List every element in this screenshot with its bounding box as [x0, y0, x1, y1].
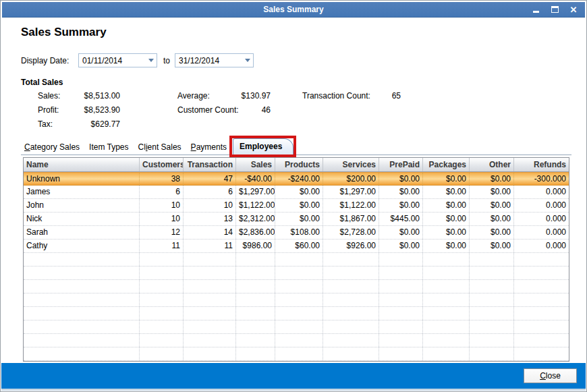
tab-item-types[interactable]: Item Types [86, 140, 132, 155]
tax-label: Tax: [38, 119, 53, 129]
column-header-other[interactable]: Other [470, 158, 514, 171]
cell-sales [236, 253, 275, 266]
cell-customers: 38 [140, 173, 184, 185]
cell-prepaid: $0.00 [379, 240, 423, 252]
customer-count-row: Customer Count: 46 [177, 103, 271, 117]
cell-name [24, 267, 140, 279]
cell-sales: $1,122.00 [236, 199, 275, 212]
cell-customers: 10 [140, 199, 184, 212]
cell-customers [140, 334, 184, 347]
column-header-refunds[interactable]: Refunds [514, 158, 569, 171]
column-header-prepaid[interactable]: PrePaid [379, 158, 423, 171]
table-row[interactable] [24, 347, 569, 361]
employees-table: NameCustomersTransactionSalesProductsSer… [23, 157, 569, 362]
tab-payments[interactable]: Payments [188, 140, 230, 155]
cell-services [323, 347, 379, 360]
cell-refunds: 0.000 [514, 186, 569, 198]
chevron-down-icon[interactable] [242, 54, 253, 67]
cell-sales: $2,836.00 [236, 226, 275, 239]
cell-name [24, 253, 140, 266]
date-to-value: 31/12/2014 [175, 56, 242, 65]
cell-services: $200.00 [323, 173, 379, 185]
cell-refunds [514, 280, 569, 293]
table-row[interactable]: Unknown3847-$40.00-$240.00$200.00$0.00$0… [24, 172, 569, 186]
cell-refunds: 0.000 [514, 226, 569, 239]
table-row[interactable]: James66$1,297.00$0.00$1,297.00$0.00$0.00… [24, 186, 569, 199]
table-row[interactable]: Nick1013$2,312.00$0.00$1,867.00$445.00$0… [24, 213, 569, 226]
display-date-label: Display Date: [21, 56, 69, 65]
table-row[interactable] [24, 307, 569, 320]
minimize-button[interactable] [531, 5, 540, 14]
customer-count-label: Customer Count: [177, 105, 239, 115]
cell-transaction [184, 320, 236, 333]
footer-bar: Close [1, 363, 586, 389]
table-row[interactable] [24, 320, 569, 334]
table-header-row: NameCustomersTransactionSalesProductsSer… [24, 158, 569, 172]
tab-category-sales[interactable]: Category Sales [21, 140, 83, 155]
minimize-icon [533, 11, 539, 13]
cell-transaction: 10 [184, 199, 236, 212]
tab-client-sales[interactable]: Client Sales [135, 140, 185, 155]
cell-transaction: 47 [184, 173, 236, 185]
column-header-transaction[interactable]: Transaction [184, 158, 236, 171]
cell-products [275, 280, 323, 293]
table-row[interactable]: John1010$1,122.00$0.00$1,122.00$0.00$0.0… [24, 199, 569, 213]
column-header-sales[interactable]: Sales [236, 158, 275, 171]
cell-customers: 11 [140, 240, 184, 252]
cell-prepaid [379, 347, 423, 360]
close-button[interactable]: Close [524, 368, 577, 383]
table-row[interactable]: Cathy1111$986.00$60.00$926.00$0.00$0.00$… [24, 240, 569, 253]
cell-products [275, 320, 323, 333]
cell-customers: 10 [140, 213, 184, 225]
cell-refunds: 0.000 [514, 199, 569, 212]
cell-sales: -$40.00 [236, 173, 275, 185]
average-row: Average: $130.97 [177, 88, 271, 103]
cell-customers [140, 293, 184, 306]
cell-packages: $0.00 [423, 226, 470, 239]
transaction-count-value: 65 [392, 91, 401, 101]
cell-customers: 6 [140, 186, 184, 198]
column-header-packages[interactable]: Packages [423, 158, 470, 171]
cell-services [323, 267, 379, 279]
close-window-button[interactable]: ✕ [569, 5, 578, 14]
table-row[interactable] [24, 253, 569, 267]
cell-refunds [514, 293, 569, 306]
cell-sales [236, 293, 275, 306]
cell-services [323, 334, 379, 347]
table-row[interactable] [24, 267, 569, 280]
cell-name: Nick [24, 213, 140, 225]
cell-products [275, 253, 323, 266]
cell-refunds [514, 334, 569, 347]
cell-sales: $1,297.00 [236, 186, 275, 198]
column-header-services[interactable]: Services [323, 158, 379, 171]
cell-packages [423, 253, 470, 266]
cell-products: $0.00 [275, 186, 323, 198]
column-header-name[interactable]: Name [24, 158, 140, 171]
table-row[interactable] [24, 280, 569, 293]
column-header-customers[interactable]: Customers [140, 158, 184, 171]
table-row[interactable] [24, 334, 569, 347]
column-header-products[interactable]: Products [275, 158, 323, 171]
cell-name [24, 307, 140, 320]
date-from-select[interactable]: 01/11/2014 [78, 53, 157, 67]
date-to-select[interactable]: 31/12/2014 [175, 53, 254, 67]
cell-products: $108.00 [275, 226, 323, 239]
tab-employees[interactable]: Employees [233, 138, 294, 155]
cell-sales [236, 334, 275, 347]
cell-name [24, 334, 140, 347]
cell-refunds: 0.000 [514, 213, 569, 225]
cell-services [323, 253, 379, 266]
chevron-down-icon[interactable] [145, 54, 157, 67]
table-row[interactable]: Sarah1214$2,836.00$108.00$2,728.00$0.00$… [24, 226, 569, 240]
cell-name [24, 293, 140, 306]
cell-services [323, 293, 379, 306]
cell-transaction [184, 253, 236, 266]
cell-prepaid [379, 293, 423, 306]
cell-products [275, 347, 323, 360]
cell-customers [140, 347, 184, 360]
table-row[interactable] [24, 293, 569, 307]
cell-other: $0.00 [470, 173, 514, 185]
date-to-label: to [163, 56, 170, 65]
maximize-button[interactable] [550, 5, 559, 14]
window-controls: ✕ [531, 2, 578, 17]
